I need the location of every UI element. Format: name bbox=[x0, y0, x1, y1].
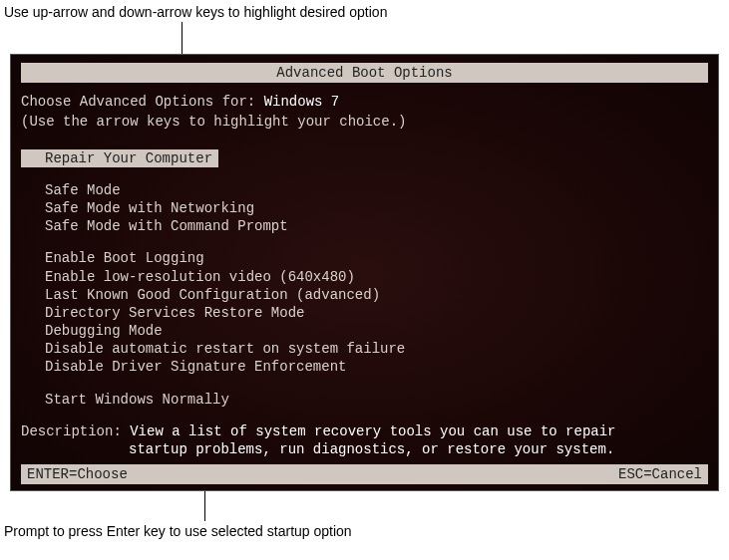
description-label: Description: bbox=[21, 423, 130, 439]
boot-option-lowres-video[interactable]: Enable low-resolution video (640x480) bbox=[21, 268, 708, 286]
boot-option-safe-mode-cmd[interactable]: Safe Mode with Command Prompt bbox=[21, 217, 708, 235]
boot-option-debugging[interactable]: Debugging Mode bbox=[21, 322, 708, 340]
boot-screen: Advanced Boot Options Choose Advanced Op… bbox=[10, 54, 719, 491]
arrow-keys-hint: (Use the arrow keys to highlight your ch… bbox=[21, 113, 708, 131]
os-name: Windows 7 bbox=[264, 94, 340, 110]
description-line2: startup problems, run diagnostics, or re… bbox=[21, 440, 708, 458]
boot-option-last-known-good[interactable]: Last Known Good Configuration (advanced) bbox=[21, 286, 708, 304]
boot-option-repair[interactable]: Repair Your Computer bbox=[21, 149, 708, 167]
footer-esc: ESC=Cancel bbox=[618, 465, 702, 483]
boot-option-ds-restore[interactable]: Directory Services Restore Mode bbox=[21, 304, 708, 322]
footer-bar: ENTER=Choose ESC=Cancel bbox=[21, 464, 708, 484]
boot-option-label: Repair Your Computer bbox=[21, 149, 218, 167]
boot-option-disable-autorestart[interactable]: Disable automatic restart on system fail… bbox=[21, 340, 708, 358]
footer-enter: ENTER=Choose bbox=[27, 465, 128, 483]
boot-option-start-normally[interactable]: Start Windows Normally bbox=[21, 391, 708, 409]
description-block: Description: View a list of system recov… bbox=[21, 422, 708, 458]
callout-bottom-leader bbox=[204, 491, 205, 521]
prompt-line: Choose Advanced Options for: Windows 7 bbox=[21, 93, 708, 111]
boot-option-safe-mode-net[interactable]: Safe Mode with Networking bbox=[21, 199, 708, 217]
boot-option-disable-driver-sig[interactable]: Disable Driver Signature Enforcement bbox=[21, 358, 708, 376]
description-line1: View a list of system recovery tools you… bbox=[130, 423, 615, 439]
prompt-prefix: Choose Advanced Options for: bbox=[21, 94, 264, 110]
callout-top-leader bbox=[182, 22, 182, 54]
callout-top-text: Use up-arrow and down-arrow keys to high… bbox=[0, 0, 729, 22]
boot-option-boot-logging[interactable]: Enable Boot Logging bbox=[21, 249, 708, 267]
title-bar: Advanced Boot Options bbox=[21, 63, 708, 83]
callout-bottom-text: Prompt to press Enter key to use selecte… bbox=[0, 521, 729, 543]
boot-option-safe-mode[interactable]: Safe Mode bbox=[21, 181, 708, 199]
